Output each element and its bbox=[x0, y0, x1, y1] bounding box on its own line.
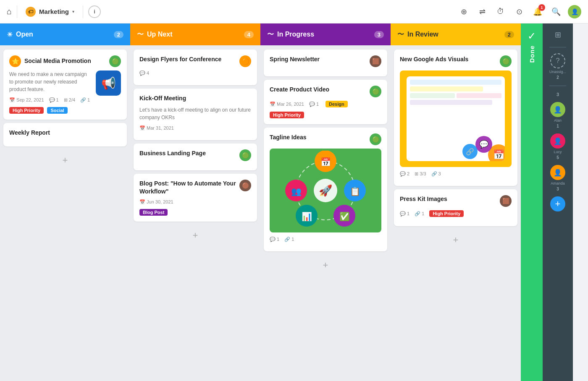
weekly-report-header: Weekly Report bbox=[9, 129, 121, 137]
assignee-alan[interactable]: 👤 Alan 1 bbox=[550, 102, 565, 128]
tagline-thumb: 🚀 📅 📋 ✅ 📊 bbox=[270, 149, 381, 232]
card-social-media[interactable]: ⭐ Social Media Promotion 🟢 We need to ma… bbox=[3, 50, 127, 120]
add-card-inreview[interactable]: + bbox=[394, 231, 517, 249]
timer-button[interactable]: ⏱ bbox=[494, 5, 507, 18]
alan-name: Alan bbox=[554, 118, 562, 123]
social-media-avatar: 🟢 bbox=[109, 55, 121, 67]
tagline-meta: 💬 1 🔗 1 bbox=[270, 237, 381, 242]
tagline-avatar: 🟢 bbox=[370, 133, 381, 145]
tag-high-priority-video: High Priority bbox=[270, 112, 304, 118]
card-weekly-report[interactable]: Weekly Report bbox=[3, 123, 127, 146]
inprogress-icon: 〜 bbox=[267, 30, 274, 39]
workspace-selector[interactable]: 🏷 Marketing ▾ bbox=[22, 5, 78, 18]
kickoff-header: Kick-Off Meeting bbox=[139, 94, 251, 103]
blog-post-tags: Blog Post bbox=[139, 208, 251, 216]
notifications-button[interactable]: 🔔 1 bbox=[531, 5, 544, 18]
business-landing-header: Business Landing Page 🟢 bbox=[139, 149, 251, 161]
tagline-links: 🔗 1 bbox=[284, 237, 294, 242]
tag-design: Design bbox=[326, 101, 348, 107]
card-product-video[interactable]: Create Product Video 🟢 📅 Mar 26, 2021 💬 … bbox=[264, 80, 387, 124]
column-done: ✓ Done bbox=[521, 23, 543, 381]
card-design-flyers[interactable]: Design Flyers for Conference 🟠 💬 4 bbox=[134, 50, 257, 85]
design-flyers-comments: 💬 4 bbox=[139, 70, 149, 76]
nav-divider-2 bbox=[83, 5, 83, 18]
layout-button[interactable]: ⇌ bbox=[475, 5, 489, 18]
column-header-inprogress: 〜 In Progress 3 bbox=[260, 23, 391, 45]
add-assignee-button[interactable]: + bbox=[550, 196, 565, 211]
meta-date: 📅 Sep 22, 2021 bbox=[9, 97, 44, 103]
column-inprogress-count: 3 bbox=[374, 31, 384, 38]
assignee-lucy[interactable]: 👤 Lucy 5 bbox=[550, 133, 565, 160]
press-kit-avatar: 🟫 bbox=[500, 195, 512, 207]
product-video-header: Create Product Video 🟢 bbox=[270, 86, 381, 97]
card-tagline-ideas[interactable]: Tagline Ideas 🟢 🚀 📅 bbox=[264, 128, 387, 251]
alan-avatar: 👤 bbox=[550, 102, 565, 117]
card-press-kit[interactable]: Press Kit Images 🟫 💬 1 🔗 1 High Priority bbox=[394, 189, 517, 226]
add-card-upnext[interactable]: + bbox=[134, 227, 257, 244]
column-header-upnext: 〜 Up Next 4 bbox=[130, 23, 260, 45]
column-upnext-label: Up Next bbox=[147, 31, 172, 38]
svg-text:📅: 📅 bbox=[320, 157, 331, 167]
nav-divider-1 bbox=[17, 5, 17, 18]
design-flyers-title: Design Flyers for Conference bbox=[139, 55, 221, 64]
google-ads-tasks: ⊞ 3/3 bbox=[415, 171, 426, 177]
column-inprogress: 〜 In Progress 3 Spring Newsletter 🟫 Crea… bbox=[260, 23, 391, 381]
google-ads-thumb: 📅 💬 🔗 bbox=[400, 70, 512, 167]
info-button[interactable]: i bbox=[88, 5, 101, 18]
card-business-landing[interactable]: Business Landing Page 🟢 bbox=[134, 144, 257, 170]
alan-count: 1 bbox=[556, 124, 559, 128]
google-ads-title: New Google Ads Visuals bbox=[400, 55, 468, 64]
timer-icon: ⏱ bbox=[497, 7, 504, 16]
top-nav: ⌂ 🏷 Marketing ▾ i ⊕ ⇌ ⏱ ⊙ 🔔 1 🔍 👤 bbox=[0, 0, 588, 23]
column-upnext: 〜 Up Next 4 Design Flyers for Conference… bbox=[130, 23, 260, 381]
kickoff-meta: 📅 Mar 31, 2021 bbox=[139, 125, 251, 131]
blog-post-meta: 📅 Jun 30, 2021 bbox=[139, 199, 251, 205]
card-blog-post[interactable]: Blog Post: "How to Automate Your Workflo… bbox=[134, 174, 257, 222]
social-media-tags: High Priority Social bbox=[9, 106, 121, 114]
search-button[interactable]: 🔍 bbox=[549, 5, 563, 18]
column-header-inreview: 〜 In Review 2 bbox=[391, 23, 521, 45]
spring-newsletter-title: Spring Newsletter bbox=[270, 55, 320, 64]
column-open: ☀ Open 2 ⭐ Social Media Promotion 🟢 We n… bbox=[0, 23, 130, 381]
card-spring-newsletter[interactable]: Spring Newsletter 🟫 bbox=[264, 50, 387, 76]
column-inprogress-body: Spring Newsletter 🟫 Create Product Video… bbox=[260, 45, 391, 381]
press-kit-header: Press Kit Images 🟫 bbox=[400, 195, 512, 207]
tag-high-priority: High Priority bbox=[9, 107, 44, 114]
spring-newsletter-avatar: 🟫 bbox=[370, 55, 381, 67]
product-video-title: Create Product Video bbox=[270, 86, 329, 94]
chevron-down-icon: ▾ bbox=[72, 9, 74, 14]
column-inreview-label: In Review bbox=[407, 31, 438, 38]
home-icon[interactable]: ⌂ bbox=[7, 7, 12, 16]
user-avatar[interactable]: 👤 bbox=[568, 5, 581, 18]
press-kit-links: 🔗 1 bbox=[415, 211, 424, 217]
social-media-desc: We need to make a new campaign to promot… bbox=[9, 70, 92, 93]
layout-icon: ⇌ bbox=[479, 7, 486, 16]
design-flyers-avatar: 🟠 bbox=[239, 55, 251, 67]
add-button[interactable]: ⊕ bbox=[457, 5, 470, 18]
tag-blog-post: Blog Post bbox=[139, 209, 168, 216]
svg-text:👥: 👥 bbox=[291, 186, 302, 196]
column-open-label: Open bbox=[16, 31, 33, 38]
google-ads-links: 🔗 3 bbox=[431, 171, 441, 177]
column-inprogress-label: In Progress bbox=[277, 31, 314, 38]
svg-text:📋: 📋 bbox=[350, 186, 360, 196]
google-ads-avatar: 🟢 bbox=[500, 55, 512, 67]
product-video-date: 📅 Mar 26, 2021 bbox=[270, 102, 304, 107]
total-count: 3 bbox=[556, 92, 559, 97]
blog-post-header: Blog Post: "How to Automate Your Workflo… bbox=[139, 180, 251, 196]
card-kickoff[interactable]: Kick-Off Meeting Let's have a kick-off m… bbox=[134, 89, 257, 140]
panel-layout-icon[interactable]: ⊞ bbox=[553, 29, 563, 41]
svg-text:🚀: 🚀 bbox=[319, 184, 333, 197]
card-google-ads[interactable]: New Google Ads Visuals 🟢 📅 bbox=[394, 50, 517, 186]
lucy-count: 5 bbox=[556, 155, 559, 160]
check-button[interactable]: ⊙ bbox=[512, 5, 526, 18]
unassigned-name: Unassig... bbox=[549, 70, 566, 74]
check-icon: ⊙ bbox=[516, 7, 522, 16]
meta-tasks: ⊞ 2/4 bbox=[64, 97, 75, 103]
add-card-open[interactable]: + bbox=[3, 151, 127, 169]
press-kit-meta: 💬 1 🔗 1 High Priority bbox=[400, 210, 512, 217]
add-card-inprogress[interactable]: + bbox=[264, 256, 387, 274]
assignee-amanda[interactable]: 👤 Amanda 3 bbox=[550, 165, 565, 191]
kickoff-date: 📅 Mar 31, 2021 bbox=[139, 125, 174, 131]
assignee-unassigned[interactable]: ? Unassig... 2 bbox=[549, 53, 566, 80]
